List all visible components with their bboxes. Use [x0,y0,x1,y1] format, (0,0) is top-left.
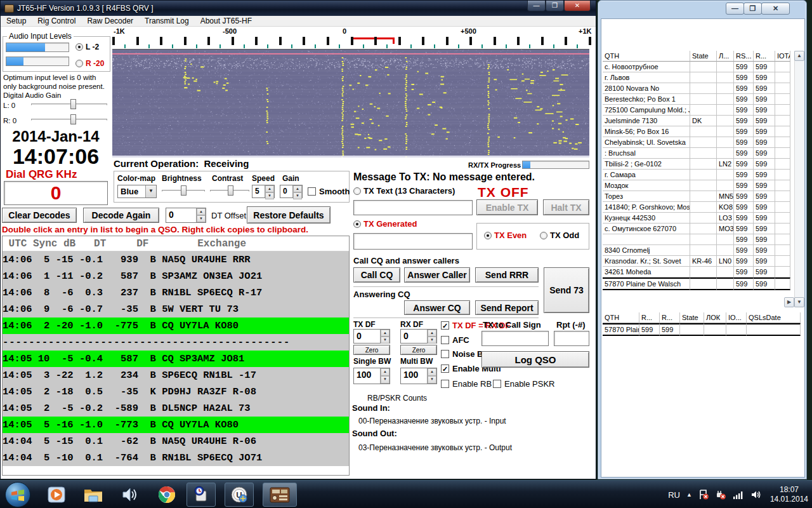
log-row[interactable]: 28100 Novara No599599 [603,83,794,94]
afc-checkbox[interactable]: AFC [441,335,469,345]
column-header[interactable]: State [680,312,704,323]
log-table-main[interactable]: QTHStateЛ...RS...R...IOTAс. Новоотрубное… [603,51,794,290]
menu-raw-decoder[interactable]: Raw Decoder [81,16,139,26]
tx-to-call-input[interactable] [482,331,548,345]
utility-app-icon[interactable]: U [225,483,254,507]
log-row[interactable]: Krasnodar. Kr.; St. SovetKR-46LN0599599 [603,256,794,267]
log-row[interactable]: 57870 Plain599599 [603,323,804,336]
clock[interactable]: 18:07 14.01.2014 [770,485,808,504]
tx-df-spinner[interactable]: 0 ▲▼ [353,329,390,344]
log-maximize-button[interactable]: ❐ [743,3,762,15]
log-row[interactable]: Chelyabinsk; Ul. Sovetska599599 [603,137,794,148]
file-explorer-icon[interactable] [82,484,104,505]
menu-about-jt65-hf[interactable]: About JT65-HF [195,16,258,26]
log-row[interactable]: 34261 Moheda599599 [603,267,794,277]
decode-row[interactable]: 14:04 5 -15 0.1 -62 B NA5Q UR4UHE R-06 [3,433,349,450]
log-titlebar[interactable]: — ❐ ✕ [598,1,806,18]
log-vscrollbar[interactable] [794,51,804,307]
speaker-icon[interactable] [750,490,761,500]
dial-qrg-box[interactable]: 0 [4,181,108,205]
log-close-button[interactable]: ✕ [761,3,790,15]
start-button[interactable] [5,482,30,507]
signal-strength-icon[interactable] [733,490,744,499]
gain-right-slider[interactable] [31,114,107,125]
log-row[interactable]: Berestechko; Po Box 1599599 [603,94,794,105]
send-rrr-button[interactable]: Send RRR [475,267,539,283]
dt-offset-arrows[interactable]: ▲▼ [196,208,206,222]
column-header[interactable]: State [690,51,717,62]
menu-setup[interactable]: Setup [1,16,32,26]
log-row[interactable]: Моздок599599 [603,180,794,191]
log-row[interactable]: 141840; P. Gorshkovo; MosKO8599599 [603,202,794,213]
answer-caller-button[interactable]: Answer Caller [404,267,470,283]
column-header[interactable]: R... [660,312,680,323]
decode-row[interactable]: 14:05 2 -18 0.5 -35 K PD9HJ RA3ZF R-08 [3,384,349,400]
send-report-button[interactable]: Send Report [475,300,539,315]
tx-df-zero-button[interactable]: Zero [353,345,390,355]
log-row[interactable]: 599599 [603,234,794,245]
decode-row[interactable]: 14:06 8 -6 0.3 237 B RN1BL SP6ECQ R-17 [3,284,349,301]
tx-generated-radio[interactable]: TX Generated [353,219,417,229]
decode-row[interactable]: 14:06 1 -11 -0.2 587 B SP3AMZ ON3EA JO21 [3,268,349,284]
log-table-selected[interactable]: QTHR...R...StateЛОКIO...QSLsDate57870 Pl… [603,312,804,336]
column-header[interactable]: IOTA [775,51,790,62]
log-row[interactable]: г. Самара599599 [603,170,794,180]
decode-row[interactable]: 14:05 10 -5 -0.4 587 B CQ SP3AMZ JO81 [3,351,349,367]
decode-row[interactable]: 14:05 3 -22 1.2 234 B SP6ECQ RN1BL -17 [3,367,349,384]
decode-row[interactable]: 14:05 5 -16 -1.0 -773 B CQ UY7LA KO80 [3,417,349,433]
single-bw-spinner[interactable]: 100 ▲▼ [353,368,390,384]
rx-df-zero-button[interactable]: Zero [400,345,437,355]
action-center-icon[interactable] [698,490,709,500]
log-row[interactable]: Tbilisi-2 ; Ge-0102LN2599599 [603,159,794,170]
rx-df-spinner[interactable]: 0 ▲▼ [400,329,437,344]
restore-defaults-button[interactable]: Restore Defaults [247,206,331,224]
rpt-input[interactable] [554,331,589,345]
column-header[interactable]: QSLsDate [747,312,801,323]
tx-text-input[interactable] [354,201,472,215]
decode-row[interactable]: 14:06 2 -20 -1.0 -775 B CQ UY7LA KO80 [3,318,349,334]
column-header[interactable]: QTH [603,312,639,323]
log-row[interactable]: Minsk-56; Po Box 16599599 [603,126,794,137]
hidden-icons-icon[interactable]: ▲ [686,491,692,498]
decode-again-button[interactable]: Decode Again [83,208,159,223]
log-row[interactable]: 57870 Plaine De Walsch599599 [603,277,794,290]
column-header[interactable]: IO... [726,312,747,323]
media-player-icon[interactable] [46,484,67,505]
speed-spinner[interactable]: 5 ▲▼ [252,185,275,198]
maximize-button[interactable]: ❐ [546,1,564,11]
log-minimize-button[interactable]: — [726,3,744,15]
radio-channel-right[interactable]: R -20 [75,59,104,68]
titlebar[interactable]: JT65-HF Version 1.0.9.3 [ R4FBS QRV ] — … [1,1,596,16]
log-row[interactable]: 725100 Campulung Mold.; J599599 [603,105,794,116]
dt-offset-spinner[interactable]: 0 ▲▼ [166,208,206,223]
log-row[interactable]: с. Новоотрубное599599 [603,62,794,72]
decode-list[interactable]: UTC Sync dB DT DF Exchange 14:06 5 -15 -… [2,236,350,476]
enable-rb-checkbox[interactable]: Enable RB [441,379,492,389]
tx-even-radio[interactable]: TX Even [484,231,527,240]
gain-left-slider[interactable] [31,98,107,110]
log-row[interactable]: Кузнецк 442530LO3599599 [603,213,794,224]
answer-cq-button[interactable]: Answer CQ [404,300,470,315]
tx-odd-radio[interactable]: TX Odd [540,231,579,240]
column-header[interactable]: R... [639,312,660,323]
smooth-checkbox[interactable]: Smooth [308,187,350,196]
close-button[interactable]: ✕ [564,1,591,11]
minimize-button[interactable]: — [527,1,546,11]
jt65-taskbar-icon[interactable] [263,483,297,507]
send-73-button[interactable]: Send 73 [544,267,589,313]
scroll-up-icon[interactable]: ▲ [794,51,804,61]
brightness-slider[interactable] [162,185,205,196]
menu-transmit-log[interactable]: Transmit Log [139,16,195,26]
column-header[interactable]: ЛОК [704,312,726,323]
volume-mixer-icon[interactable] [119,484,141,505]
log-row[interactable]: ТорезMN5599599 [603,191,794,202]
call-cq-button[interactable]: Call CQ [353,267,400,283]
multi-bw-spinner[interactable]: 100 ▲▼ [400,368,437,384]
halt-tx-button[interactable]: Halt TX [543,199,589,215]
radio-channel-left[interactable]: L -2 [75,43,99,51]
colormap-dropdown[interactable]: Blue ▼ [117,185,157,198]
chrome-icon[interactable] [156,484,178,505]
gain-spinner[interactable]: 0 ▲▼ [280,185,303,198]
log-row[interactable]: г. Львов599599 [603,72,794,83]
logger-app-icon[interactable] [187,483,216,507]
